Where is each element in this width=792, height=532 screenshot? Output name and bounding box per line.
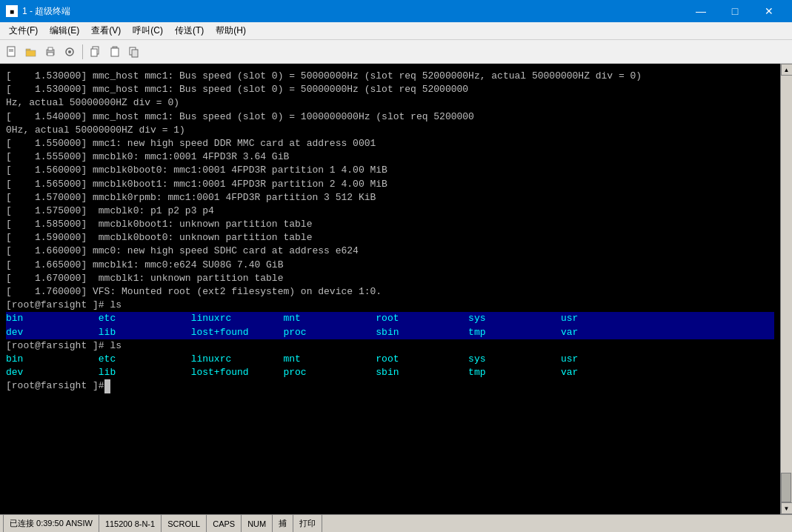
status-speed: 115200 8-N-1 bbox=[99, 515, 162, 532]
window-title: 1 - 超级终端 bbox=[22, 5, 684, 18]
svg-rect-13 bbox=[111, 48, 119, 56]
status-bar: 已连接 0:39:50 ANSIW 115200 8-N-1 SCROLL CA… bbox=[0, 514, 792, 532]
line-ls2-row2: dev lib lost+found proc sbin tmp var bbox=[6, 366, 774, 379]
line-mmcblk0: [ 1.555000] mmcblk0: mmc1:0001 4FPD3R 3.… bbox=[6, 150, 774, 164]
open-button[interactable] bbox=[22, 43, 40, 61]
status-scroll: SCROLL bbox=[162, 515, 207, 532]
line-mmcblk0boot1-unknown: [ 1.585000] mmcblk0boot1: unknown partit… bbox=[6, 218, 774, 231]
menu-help[interactable]: 帮助(H) bbox=[210, 22, 252, 39]
line-mmcblk0boot1: [ 1.565000] mmcblk0boot1: mmc1:0001 4FPD… bbox=[6, 178, 774, 191]
svg-rect-4 bbox=[26, 50, 36, 56]
line-ls2-prompt: [root@farsight ]# ls bbox=[6, 339, 774, 353]
toolbar bbox=[0, 40, 792, 64]
maximize-button[interactable]: □ bbox=[718, 0, 752, 22]
line-mmc0-sdhc: [ 1.660000] mmc0: new high speed SDHC ca… bbox=[6, 245, 774, 258]
menu-call[interactable]: 呼叫(C) bbox=[127, 22, 169, 39]
svg-rect-6 bbox=[48, 47, 53, 50]
app-icon: ■ bbox=[6, 5, 18, 17]
line-mmcblk1-unknown: [ 1.670000] mmcblk1: unknown partition t… bbox=[6, 272, 774, 285]
minimize-button[interactable]: — bbox=[684, 0, 718, 22]
menu-view[interactable]: 查看(V) bbox=[85, 22, 127, 39]
scroll-down-button[interactable]: ▼ bbox=[781, 502, 793, 514]
scrollbar[interactable]: ▲ ▼ bbox=[780, 64, 792, 514]
title-bar: ■ 1 - 超级终端 — □ ✕ bbox=[0, 0, 792, 22]
close-button[interactable]: ✕ bbox=[752, 0, 786, 22]
line-final-prompt: [root@farsight ]# bbox=[6, 379, 774, 393]
paste2-button[interactable] bbox=[125, 43, 143, 61]
copy-button[interactable] bbox=[87, 43, 104, 61]
terminal-output[interactable]: [ 1.530000] mmc_host mmc1: Bus speed (sl… bbox=[0, 64, 780, 514]
line-ls1-row1: bin etc linuxrc mnt root sys usr bbox=[6, 312, 774, 325]
status-print: 打印 bbox=[293, 515, 322, 532]
status-caps: CAPS bbox=[207, 515, 242, 532]
print-button[interactable] bbox=[41, 43, 59, 61]
line-mmcblk0-parts: [ 1.575000] mmcblk0: p1 p2 p3 p4 bbox=[6, 205, 774, 218]
menu-transfer[interactable]: 传送(T) bbox=[169, 22, 210, 39]
line-mmcblk1: [ 1.665000] mmcblk1: mmc0:e624 SU08G 7.4… bbox=[6, 259, 774, 272]
main-content: [ 1.530000] mmc_host mmc1: Bus speed (sl… bbox=[0, 64, 792, 514]
scroll-up-button[interactable]: ▲ bbox=[781, 64, 793, 76]
line-ls2-row1: bin etc linuxrc mnt root sys usr bbox=[6, 353, 774, 366]
status-connection: 已连接 0:39:50 ANSIW bbox=[3, 515, 99, 532]
line-mmcblk0boot0: [ 1.560000] mmcblk0boot0: mmc1:0001 4FPD… bbox=[6, 164, 774, 177]
line-vfs: [ 1.760000] VFS: Mounted root (ext2 file… bbox=[6, 285, 774, 299]
line-ls1-row2: dev lib lost+found proc sbin tmp var bbox=[6, 326, 774, 339]
line-mmc-ddr: [ 1.550000] mmc1: new high speed DDR MMC… bbox=[6, 137, 774, 150]
new-button[interactable] bbox=[3, 43, 21, 61]
menu-bar: 文件(F) 编辑(E) 查看(V) 呼叫(C) 传送(T) 帮助(H) bbox=[0, 22, 792, 40]
svg-rect-7 bbox=[47, 53, 53, 56]
status-capture: 捕 bbox=[273, 515, 293, 532]
menu-edit[interactable]: 编辑(E) bbox=[44, 22, 85, 39]
line-mmc-bus1: [ 1.530000] mmc_host mmc1: Bus speed (sl… bbox=[6, 83, 774, 110]
scrollbar-track[interactable] bbox=[781, 76, 792, 502]
paste-button[interactable] bbox=[106, 43, 124, 61]
line-mmc-bus2: [ 1.540000] mmc_host mmc1: Bus speed (sl… bbox=[6, 110, 774, 137]
line-ls1-prompt: [root@farsight ]# ls bbox=[6, 299, 774, 312]
svg-rect-3 bbox=[26, 49, 30, 50]
window-controls: — □ ✕ bbox=[684, 0, 786, 22]
svg-rect-15 bbox=[132, 50, 138, 57]
toolbar-separator-1 bbox=[82, 44, 83, 59]
svg-point-9 bbox=[68, 50, 71, 53]
properties-button[interactable] bbox=[61, 43, 79, 61]
svg-rect-11 bbox=[91, 49, 97, 56]
scrollbar-thumb[interactable] bbox=[781, 473, 791, 502]
status-num: NUM bbox=[242, 515, 273, 532]
line-mmcblk0boot0-unknown: [ 1.590000] mmcblk0boot0: unknown partit… bbox=[6, 231, 774, 245]
line-mmcblk0rpmb: [ 1.570000] mmcblk0rpmb: mmc1:0001 4FPD3… bbox=[6, 191, 774, 205]
term-line: [ 1.530000] mmc_host mmc1: Bus speed (sl… bbox=[6, 70, 774, 83]
menu-file[interactable]: 文件(F) bbox=[3, 22, 44, 39]
